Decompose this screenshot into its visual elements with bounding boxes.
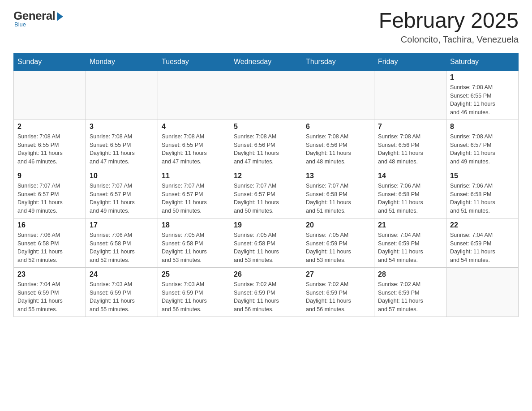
day-info: Sunrise: 7:08 AMSunset: 6:55 PMDaylight:… (162, 133, 226, 166)
calendar-week-0: 1Sunrise: 7:08 AMSunset: 6:55 PMDaylight… (14, 70, 519, 120)
day-info: Sunrise: 7:08 AMSunset: 6:55 PMDaylight:… (450, 83, 515, 117)
calendar-week-1: 2Sunrise: 7:08 AMSunset: 6:55 PMDaylight… (14, 120, 519, 169)
day-info: Sunrise: 7:08 AMSunset: 6:55 PMDaylight:… (90, 133, 154, 166)
day-number: 28 (378, 270, 442, 278)
calendar-week-3: 16Sunrise: 7:06 AMSunset: 6:58 PMDayligh… (14, 218, 519, 267)
day-number: 19 (234, 221, 298, 229)
day-info: Sunrise: 7:03 AMSunset: 6:59 PMDaylight:… (90, 280, 154, 314)
day-number: 22 (450, 221, 515, 229)
logo: General Blue (13, 9, 63, 28)
day-number: 10 (90, 172, 154, 180)
day-info: Sunrise: 7:07 AMSunset: 6:58 PMDaylight:… (306, 182, 370, 215)
logo-arrow-icon (57, 12, 63, 21)
day-number: 14 (378, 172, 442, 180)
day-number: 21 (378, 221, 442, 229)
calendar-body: 1Sunrise: 7:08 AMSunset: 6:55 PMDaylight… (14, 70, 519, 317)
calendar-cell (446, 267, 519, 317)
day-info: Sunrise: 7:06 AMSunset: 6:58 PMDaylight:… (378, 182, 442, 215)
day-info: Sunrise: 7:05 AMSunset: 6:58 PMDaylight:… (234, 231, 298, 265)
calendar-cell: 11Sunrise: 7:07 AMSunset: 6:57 PMDayligh… (158, 169, 230, 218)
day-info: Sunrise: 7:06 AMSunset: 6:58 PMDaylight:… (450, 182, 515, 215)
day-info: Sunrise: 7:02 AMSunset: 6:59 PMDaylight:… (378, 280, 442, 314)
days-of-week-row: SundayMondayTuesdayWednesdayThursdayFrid… (14, 53, 519, 70)
day-info: Sunrise: 7:04 AMSunset: 6:59 PMDaylight:… (378, 231, 442, 265)
calendar-cell (230, 70, 302, 120)
day-number: 17 (90, 221, 154, 229)
calendar-cell: 16Sunrise: 7:06 AMSunset: 6:58 PMDayligh… (14, 218, 86, 267)
calendar-cell: 8Sunrise: 7:08 AMSunset: 6:57 PMDaylight… (446, 120, 519, 169)
calendar-cell: 21Sunrise: 7:04 AMSunset: 6:59 PMDayligh… (374, 218, 446, 267)
day-info: Sunrise: 7:05 AMSunset: 6:59 PMDaylight:… (306, 231, 370, 265)
calendar-cell: 10Sunrise: 7:07 AMSunset: 6:57 PMDayligh… (86, 169, 158, 218)
calendar-cell: 15Sunrise: 7:06 AMSunset: 6:58 PMDayligh… (446, 169, 519, 218)
day-info: Sunrise: 7:07 AMSunset: 6:57 PMDaylight:… (17, 182, 82, 215)
day-info: Sunrise: 7:08 AMSunset: 6:57 PMDaylight:… (450, 133, 515, 166)
calendar-week-4: 23Sunrise: 7:04 AMSunset: 6:59 PMDayligh… (14, 267, 519, 317)
calendar-cell: 17Sunrise: 7:06 AMSunset: 6:58 PMDayligh… (86, 218, 158, 267)
location-title: Coloncito, Tachira, Venezuela (379, 34, 519, 45)
day-info: Sunrise: 7:07 AMSunset: 6:57 PMDaylight:… (162, 182, 226, 215)
day-number: 3 (90, 123, 154, 131)
day-info: Sunrise: 7:06 AMSunset: 6:58 PMDaylight:… (90, 231, 154, 265)
day-number: 11 (162, 172, 226, 180)
calendar-cell (14, 70, 86, 120)
calendar-cell (158, 70, 230, 120)
day-number: 25 (162, 270, 226, 278)
day-info: Sunrise: 7:06 AMSunset: 6:58 PMDaylight:… (17, 231, 82, 265)
calendar-cell: 12Sunrise: 7:07 AMSunset: 6:57 PMDayligh… (230, 169, 302, 218)
title-block: February 2025 Coloncito, Tachira, Venezu… (379, 9, 519, 45)
day-info: Sunrise: 7:02 AMSunset: 6:59 PMDaylight:… (306, 280, 370, 314)
calendar-cell: 9Sunrise: 7:07 AMSunset: 6:57 PMDaylight… (14, 169, 86, 218)
day-info: Sunrise: 7:07 AMSunset: 6:57 PMDaylight:… (234, 182, 298, 215)
calendar-cell (302, 70, 374, 120)
calendar-week-2: 9Sunrise: 7:07 AMSunset: 6:57 PMDaylight… (14, 169, 519, 218)
calendar-cell: 13Sunrise: 7:07 AMSunset: 6:58 PMDayligh… (302, 169, 374, 218)
day-number: 24 (90, 270, 154, 278)
day-number: 12 (234, 172, 298, 180)
calendar-cell: 2Sunrise: 7:08 AMSunset: 6:55 PMDaylight… (14, 120, 86, 169)
calendar-cell: 27Sunrise: 7:02 AMSunset: 6:59 PMDayligh… (302, 267, 374, 317)
calendar-cell: 6Sunrise: 7:08 AMSunset: 6:56 PMDaylight… (302, 120, 374, 169)
day-number: 7 (378, 123, 442, 131)
logo-blue-text: Blue (14, 21, 26, 28)
day-of-week-wednesday: Wednesday (230, 53, 302, 70)
day-number: 8 (450, 123, 515, 131)
day-number: 18 (162, 221, 226, 229)
day-number: 13 (306, 172, 370, 180)
day-number: 26 (234, 270, 298, 278)
calendar-cell: 28Sunrise: 7:02 AMSunset: 6:59 PMDayligh… (374, 267, 446, 317)
day-number: 23 (17, 270, 82, 278)
calendar-cell: 20Sunrise: 7:05 AMSunset: 6:59 PMDayligh… (302, 218, 374, 267)
day-number: 16 (17, 221, 82, 229)
day-info: Sunrise: 7:04 AMSunset: 6:59 PMDaylight:… (17, 280, 82, 314)
day-number: 2 (17, 123, 82, 131)
day-of-week-friday: Friday (374, 53, 446, 70)
calendar-cell: 5Sunrise: 7:08 AMSunset: 6:56 PMDaylight… (230, 120, 302, 169)
day-of-week-saturday: Saturday (446, 53, 519, 70)
calendar-cell: 24Sunrise: 7:03 AMSunset: 6:59 PMDayligh… (86, 267, 158, 317)
day-number: 15 (450, 172, 515, 180)
calendar-cell: 23Sunrise: 7:04 AMSunset: 6:59 PMDayligh… (14, 267, 86, 317)
calendar-cell: 14Sunrise: 7:06 AMSunset: 6:58 PMDayligh… (374, 169, 446, 218)
day-number: 6 (306, 123, 370, 131)
day-of-week-tuesday: Tuesday (158, 53, 230, 70)
day-info: Sunrise: 7:05 AMSunset: 6:58 PMDaylight:… (162, 231, 226, 265)
day-info: Sunrise: 7:08 AMSunset: 6:56 PMDaylight:… (378, 133, 442, 166)
page-header: General Blue February 2025 Coloncito, Ta… (13, 9, 519, 45)
day-number: 9 (17, 172, 82, 180)
calendar-cell: 26Sunrise: 7:02 AMSunset: 6:59 PMDayligh… (230, 267, 302, 317)
day-info: Sunrise: 7:08 AMSunset: 6:56 PMDaylight:… (234, 133, 298, 166)
day-of-week-thursday: Thursday (302, 53, 374, 70)
calendar-cell: 18Sunrise: 7:05 AMSunset: 6:58 PMDayligh… (158, 218, 230, 267)
calendar-cell (374, 70, 446, 120)
day-info: Sunrise: 7:08 AMSunset: 6:56 PMDaylight:… (306, 133, 370, 166)
day-number: 4 (162, 123, 226, 131)
calendar-cell: 7Sunrise: 7:08 AMSunset: 6:56 PMDaylight… (374, 120, 446, 169)
day-info: Sunrise: 7:02 AMSunset: 6:59 PMDaylight:… (234, 280, 298, 314)
calendar-cell: 19Sunrise: 7:05 AMSunset: 6:58 PMDayligh… (230, 218, 302, 267)
day-of-week-monday: Monday (86, 53, 158, 70)
day-of-week-sunday: Sunday (14, 53, 86, 70)
day-info: Sunrise: 7:08 AMSunset: 6:55 PMDaylight:… (17, 133, 82, 166)
day-info: Sunrise: 7:04 AMSunset: 6:59 PMDaylight:… (450, 231, 515, 265)
day-number: 5 (234, 123, 298, 131)
